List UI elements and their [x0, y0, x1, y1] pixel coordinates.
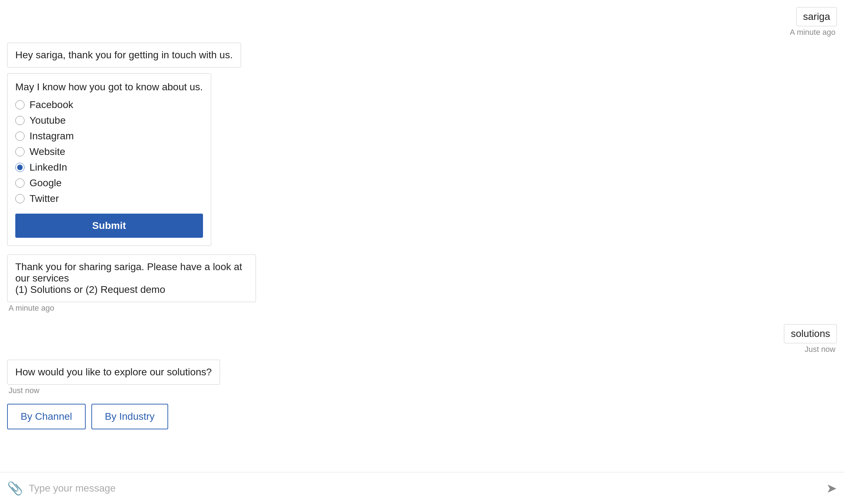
radio-facebook[interactable]: Facebook — [15, 99, 203, 111]
radio-input-facebook[interactable] — [15, 100, 25, 109]
attach-icon[interactable]: 📎 — [7, 481, 23, 496]
radio-linkedin[interactable]: LinkedIn — [15, 162, 203, 173]
by-channel-button[interactable]: By Channel — [7, 404, 86, 429]
radio-label-twitter: Twitter — [30, 193, 59, 204]
radio-label-facebook: Facebook — [30, 99, 73, 111]
user-message-1-wrapper: sariga A minute ago — [7, 7, 837, 37]
input-bar: 📎 ➤ — [0, 472, 844, 504]
send-icon[interactable]: ➤ — [826, 481, 837, 496]
bot-greeting-wrapper: Hey sariga, thank you for getting in tou… — [7, 43, 837, 68]
message-input[interactable] — [29, 483, 821, 494]
bot-timestamp-2: A minute ago — [7, 304, 54, 313]
radio-youtube[interactable]: Youtube — [15, 115, 203, 126]
radio-input-linkedin[interactable] — [15, 163, 25, 172]
survey-question: May I know how you got to know about us. — [15, 81, 203, 93]
user-message-2-wrapper: solutions Just now — [7, 324, 837, 354]
radio-instagram[interactable]: Instagram — [15, 130, 203, 142]
radio-input-youtube[interactable] — [15, 116, 25, 125]
survey-card: May I know how you got to know about us.… — [7, 73, 211, 246]
bot-bubble-3: How would you like to explore our soluti… — [7, 360, 220, 385]
radio-label-youtube: Youtube — [30, 115, 66, 126]
radio-label-linkedin: LinkedIn — [30, 162, 67, 173]
submit-button[interactable]: Submit — [15, 214, 203, 238]
radio-label-instagram: Instagram — [30, 130, 74, 142]
user-bubble-2: solutions — [784, 324, 837, 343]
radio-input-google[interactable] — [15, 178, 25, 188]
solution-buttons-row: By Channel By Industry — [7, 404, 168, 429]
radio-input-instagram[interactable] — [15, 132, 25, 141]
radio-website[interactable]: Website — [15, 146, 203, 157]
bot-message-2-text: Thank you for sharing sariga. Please hav… — [15, 261, 242, 295]
user-timestamp-2: Just now — [805, 345, 837, 354]
radio-label-website: Website — [30, 146, 65, 157]
chat-container: sariga A minute ago Hey sariga, thank yo… — [0, 0, 844, 472]
bot-bubble-2: Thank you for sharing sariga. Please hav… — [7, 254, 256, 302]
by-industry-button[interactable]: By Industry — [91, 404, 168, 429]
bot-message-3-text: How would you like to explore our soluti… — [15, 366, 212, 377]
bot-message-2-wrapper: Thank you for sharing sariga. Please hav… — [7, 254, 837, 313]
radio-twitter[interactable]: Twitter — [15, 193, 203, 204]
radio-google[interactable]: Google — [15, 177, 203, 189]
survey-card-wrapper: May I know how you got to know about us.… — [7, 73, 837, 249]
radio-input-website[interactable] — [15, 147, 25, 156]
bot-timestamp-3: Just now — [7, 386, 39, 395]
solution-buttons-wrapper: By Channel By Industry — [7, 401, 837, 429]
bot-message-3-wrapper: How would you like to explore our soluti… — [7, 360, 837, 395]
user-message-2-text: solutions — [791, 328, 830, 339]
bot-greeting-bubble: Hey sariga, thank you for getting in tou… — [7, 43, 241, 68]
radio-input-twitter[interactable] — [15, 194, 25, 203]
user-message-1-text: sariga — [803, 11, 830, 22]
user-timestamp-1: A minute ago — [790, 28, 837, 37]
radio-label-google: Google — [30, 177, 62, 189]
bot-greeting-text: Hey sariga, thank you for getting in tou… — [15, 49, 233, 60]
by-channel-label: By Channel — [21, 411, 72, 422]
user-bubble-1: sariga — [796, 7, 837, 26]
by-industry-label: By Industry — [105, 411, 155, 422]
